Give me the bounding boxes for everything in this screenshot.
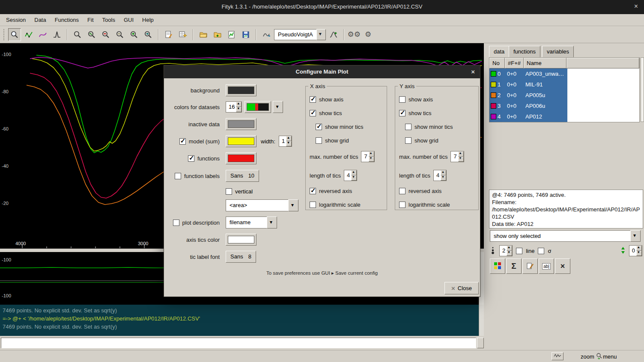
dataset-palette-button[interactable] [490, 258, 505, 274]
x-logarithmic-checkbox[interactable] [310, 202, 316, 208]
save-session-button[interactable] [239, 28, 252, 41]
data-editor-button[interactable] [176, 28, 189, 41]
toolbar-grip[interactable] [3, 29, 5, 40]
vertical-checkbox[interactable] [226, 188, 232, 195]
tab-variables[interactable]: variables [542, 46, 574, 57]
col-header-fn[interactable]: #F+# [505, 58, 524, 68]
zoom-history-icon[interactable] [596, 353, 602, 361]
mode-add-peak-button[interactable] [51, 28, 63, 41]
console-scrollbar[interactable] [479, 305, 484, 336]
x-show-axis-checkbox[interactable] [310, 96, 316, 103]
y-max-tics-spinner[interactable]: 7 [450, 151, 464, 162]
table-scrollbar[interactable] [641, 57, 644, 122]
model-width-spinner[interactable]: 1 [279, 136, 292, 147]
menu-data[interactable]: Data [30, 15, 50, 25]
col-header-name[interactable]: Name [524, 58, 566, 68]
sum-datasets-button[interactable]: Σ [506, 258, 522, 274]
zoom-previous-button[interactable] [113, 28, 126, 41]
dataset-filter-value[interactable]: show only selected [490, 230, 630, 242]
point-size-spinner[interactable]: 2 [499, 245, 513, 256]
menu-gui[interactable]: GUI [119, 15, 138, 25]
menu-session[interactable]: Session [2, 15, 30, 25]
input-history-button[interactable] [477, 338, 484, 348]
y-tic-length-spinner[interactable]: 4 [433, 170, 447, 181]
zoom-history-button[interactable] [142, 28, 155, 41]
dialog-close-icon[interactable]: × [471, 68, 475, 75]
command-input[interactable] [1, 338, 476, 348]
peak-type-combo[interactable]: PseudoVoigtA [274, 29, 326, 40]
mode-baseline-button[interactable] [36, 28, 49, 41]
label-content-value[interactable]: <area> [226, 199, 288, 211]
y-reversed-axis-checkbox[interactable] [399, 188, 405, 194]
menu-fit[interactable]: Fit [83, 15, 98, 25]
export-image-button[interactable] [225, 28, 238, 41]
chevron-down-icon[interactable] [288, 199, 298, 211]
plot-description-combo[interactable]: filename [226, 217, 277, 228]
label-content-combo[interactable]: <area> [226, 199, 298, 211]
plot-description-checkbox[interactable] [173, 220, 179, 226]
peak-type-value[interactable]: PseudoVoigtA [274, 29, 316, 40]
model-sum-checkbox[interactable] [179, 138, 186, 145]
y-show-tics-checkbox[interactable] [399, 110, 405, 116]
dataset-colors-count-spinner[interactable]: 16 [226, 101, 242, 113]
col-header-no[interactable]: No [489, 58, 505, 68]
menu-tools[interactable]: Tools [98, 15, 119, 25]
script-editor-button[interactable] [162, 28, 175, 41]
x-tic-length-spinner[interactable]: 4 [344, 170, 357, 181]
peak-type-dropdown-button[interactable] [316, 29, 326, 40]
zoom-vertical-button[interactable] [85, 28, 98, 41]
tab-functions[interactable]: functions [509, 46, 540, 57]
functions-checkbox[interactable] [188, 155, 194, 162]
spin-down-icon[interactable] [441, 175, 446, 181]
menu-help[interactable]: Help [138, 15, 158, 25]
background-color-button[interactable] [226, 84, 256, 96]
inactive-color-button[interactable] [226, 118, 256, 130]
zoom-in-button[interactable] [128, 28, 140, 41]
mode-data-range-button[interactable] [22, 28, 35, 41]
dataset-row[interactable]: 0 0+0 AP003_unwa… [489, 68, 567, 79]
output-console[interactable]: 7469 points. No explicit std. dev. Set a… [0, 305, 484, 336]
sigma-checkbox[interactable] [538, 248, 544, 254]
y-logarithmic-checkbox[interactable] [399, 202, 405, 208]
spin-down-icon[interactable] [507, 251, 512, 256]
mode-zoom-button[interactable] [8, 28, 21, 41]
config-menu-button[interactable]: menu [603, 353, 617, 360]
tab-data[interactable]: data [489, 46, 509, 57]
x-reversed-axis-checkbox[interactable] [310, 188, 316, 194]
fit-run-button[interactable]: ⚙⚙ [348, 28, 361, 41]
y-show-grid-checkbox[interactable] [405, 137, 411, 144]
y-show-axis-checkbox[interactable] [399, 96, 405, 103]
y-show-minor-tics-checkbox[interactable] [405, 124, 411, 130]
chevron-down-icon[interactable] [273, 101, 283, 113]
menu-functions[interactable]: Functions [51, 15, 83, 25]
axis-tics-color-button[interactable] [226, 234, 256, 246]
x-show-minor-tics-checkbox[interactable] [316, 124, 322, 130]
spin-down-icon[interactable] [236, 107, 242, 112]
zoom-menu-button[interactable]: zoom [581, 353, 594, 360]
spin-down-icon[interactable] [636, 251, 642, 256]
auto-add-peak-button[interactable] [327, 28, 340, 41]
sidebar-splitter[interactable] [484, 43, 488, 350]
spin-down-icon[interactable] [369, 157, 374, 162]
append-data-button[interactable] [211, 28, 224, 41]
function-labels-checkbox[interactable] [175, 173, 181, 179]
data-transform-button[interactable] [260, 28, 273, 41]
window-close-icon[interactable]: × [634, 3, 638, 10]
dataset-row[interactable]: 3 0+0 AP006u [489, 101, 567, 111]
model-color-button[interactable] [226, 135, 256, 147]
rename-dataset-button[interactable]: ab| [539, 258, 554, 274]
x-show-grid-checkbox[interactable] [316, 137, 322, 144]
zoom-all-button[interactable] [71, 28, 84, 41]
dataset-filter-combo[interactable]: show only selected [490, 230, 641, 242]
shift-spinner[interactable]: 0 [629, 245, 642, 256]
x-max-tics-spinner[interactable]: 7 [361, 151, 374, 162]
spin-down-icon[interactable] [286, 141, 292, 146]
plot-description-value[interactable]: filename [226, 217, 267, 228]
function-labels-font-button[interactable]: Sans10 [226, 170, 259, 182]
x-show-tics-checkbox[interactable] [310, 110, 316, 116]
aux-view-button[interactable] [552, 352, 564, 360]
line-checkbox[interactable] [516, 248, 522, 254]
dataset-filter-dropdown-button[interactable] [630, 230, 641, 242]
fit-continue-button[interactable]: ⚙ [362, 28, 375, 41]
chevron-down-icon[interactable] [267, 217, 277, 228]
